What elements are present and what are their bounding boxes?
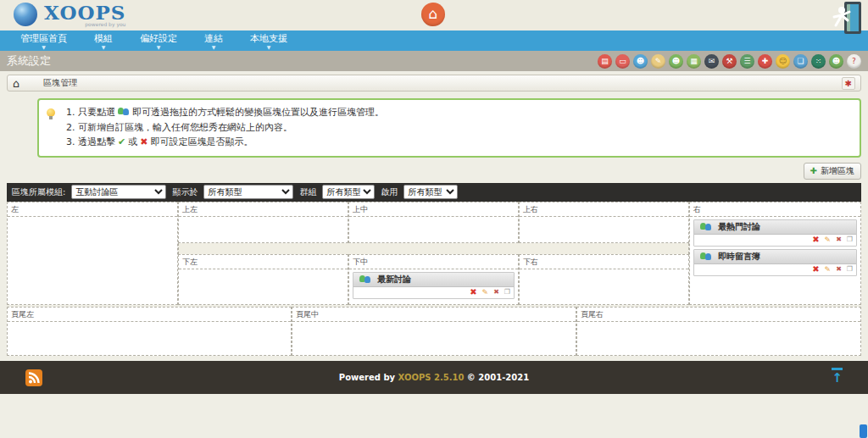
view-site-icon[interactable]: ⌂ <box>421 3 445 26</box>
zone-footer-center-body[interactable] <box>292 322 576 355</box>
chevron-down-icon: ▼ <box>250 45 287 50</box>
module-filter-label: 區塊所屬模組: <box>12 186 65 198</box>
hide-block-icon[interactable]: ✖ <box>470 288 476 297</box>
block-filter-bar: 區塊所屬模組: 互動討論區 顯示於 所有類型 群組 所有類型 啟用 所有類型 <box>7 183 861 202</box>
nav-item-1[interactable]: 模組▼ <box>81 30 126 51</box>
zone-footer-left[interactable]: 頁尾左 <box>7 307 292 356</box>
zone-top-center-body[interactable] <box>349 217 518 243</box>
zone-right[interactable]: 右 最熱門討論✖✎✖❐即時留言簿✖✎✖❐ <box>689 202 861 305</box>
move-block-icon <box>700 252 712 261</box>
logout-icon[interactable] <box>827 0 863 36</box>
avatars-icon[interactable]: ☻ <box>633 54 648 69</box>
zone-top-center[interactable]: 上中 <box>348 202 519 244</box>
delete-block-icon[interactable]: ✖ <box>836 265 842 274</box>
zone-left[interactable]: 左 <box>7 202 178 305</box>
scrollbar-corner[interactable] <box>860 424 867 438</box>
help-icon[interactable]: ? <box>847 54 861 69</box>
clone-block-icon[interactable]: ❐ <box>847 265 853 274</box>
block-header[interactable]: 即時留言簿 <box>694 250 856 264</box>
title-bar: 系統設定 ▤▭☻✎☻▦✉⚒☰✚☺❏⁙☻? <box>0 51 868 71</box>
nav-item-4[interactable]: 本地支援▼ <box>236 30 301 51</box>
zone-left-body[interactable] <box>8 217 177 304</box>
nav-item-0[interactable]: 管理區首頁▼ <box>7 30 81 51</box>
xoops-logo[interactable]: XOOPS powered by you <box>14 3 125 27</box>
users-icon[interactable]: ☻ <box>829 54 843 69</box>
zone-top-center-label: 上中 <box>349 202 518 217</box>
block-actions: ✖✎✖❐ <box>694 264 856 275</box>
zone-bottom-center[interactable]: 下中 最新討論✖✎✖❐ <box>348 254 519 305</box>
quick-access-icons: ▤▭☻✎☻▦✉⚒☰✚☺❏⁙☻? <box>598 54 861 69</box>
zone-top-left[interactable]: 上左 <box>178 202 348 244</box>
xoops-version-link[interactable]: XOOPS 2.5.10 <box>398 373 465 382</box>
zone-footer-right-body[interactable] <box>577 322 860 355</box>
templates-icon[interactable]: ❏ <box>793 54 808 69</box>
refresh-spinner-icon[interactable]: ✱ <box>842 77 855 90</box>
block-item[interactable]: 最熱門討論✖✎✖❐ <box>693 219 857 247</box>
chevron-down-icon: ▼ <box>20 45 67 50</box>
home-icon[interactable]: ⌂ <box>13 77 19 90</box>
edit-block-icon[interactable]: ✎ <box>825 236 832 244</box>
backup-icon[interactable]: ☰ <box>740 54 754 69</box>
hide-block-icon[interactable]: ✖ <box>812 265 819 274</box>
zone-bottom-center-body[interactable]: 最新討論✖✎✖❐ <box>349 269 518 304</box>
hide-block-icon[interactable]: ✖ <box>812 236 819 244</box>
clone-block-icon[interactable]: ❐ <box>847 236 853 244</box>
enabled-filter-select[interactable]: 所有類型 <box>403 185 458 199</box>
enabled-filter-label: 啟用 <box>381 186 398 198</box>
blocks-icon[interactable]: ▭ <box>615 54 630 69</box>
block-header[interactable]: 最熱門討論 <box>694 220 856 235</box>
zone-footer-left-body[interactable] <box>8 322 291 355</box>
zone-center-strip[interactable] <box>178 243 689 253</box>
block-title: 最新討論 <box>377 274 411 286</box>
images-icon[interactable]: ▦ <box>687 54 701 69</box>
breadcrumb-label[interactable]: 區塊管理 <box>43 77 77 89</box>
edit-block-icon[interactable]: ✎ <box>482 288 489 297</box>
zone-top-right-body[interactable] <box>520 217 688 243</box>
zone-right-body[interactable]: 最熱門討論✖✎✖❐即時留言簿✖✎✖❐ <box>690 217 860 304</box>
zone-footer-center[interactable]: 頁尾中 <box>292 307 576 356</box>
zone-footer-center-label: 頁尾中 <box>292 308 576 322</box>
page-title: 系統設定 <box>7 53 51 69</box>
delete-block-icon[interactable]: ✖ <box>493 288 499 297</box>
mailusers-icon[interactable]: ✉ <box>704 54 719 69</box>
group-filter-label: 群組 <box>299 186 316 198</box>
zone-bottom-right[interactable]: 下右 <box>519 254 689 305</box>
edit-block-icon[interactable]: ✎ <box>825 265 832 274</box>
center-zones: 上左 上中 上右 下左 <box>178 202 689 305</box>
zone-footer-right[interactable]: 頁尾右 <box>576 307 861 356</box>
nav-bar: 管理區首頁▼模組▼偏好設定▼連結▼本地支援▼ <box>0 30 868 51</box>
delete-block-icon[interactable]: ✖ <box>836 236 842 244</box>
zone-right-label: 右 <box>690 202 860 217</box>
groups-icon[interactable]: ☻ <box>669 54 683 69</box>
visible-filter-select[interactable]: 所有類型 <box>203 185 293 199</box>
zone-bottom-left-label: 下左 <box>179 255 348 269</box>
group-filter-select[interactable]: 所有類型 <box>322 185 375 199</box>
zone-top-left-body[interactable] <box>179 217 348 243</box>
zone-bottom-left[interactable]: 下左 <box>178 254 348 305</box>
add-block-button[interactable]: ✚ 新增區塊 <box>804 163 861 180</box>
rss-icon[interactable] <box>25 369 42 386</box>
xoops-admin-page: XOOPS powered by you ⌂ 管理區首頁▼模組▼偏好設定▼連結▼… <box>0 0 868 394</box>
help-line-1-pre: 1. 只要點選 <box>66 107 115 118</box>
block-item[interactable]: 最新討論✖✎✖❐ <box>353 272 515 299</box>
zone-bottom-right-body[interactable] <box>520 269 688 304</box>
zone-top-right[interactable]: 上右 <box>519 202 689 244</box>
zone-footer-left-label: 頁尾左 <box>8 308 291 322</box>
preferences-icon[interactable]: ✚ <box>758 54 772 69</box>
zone-bottom-left-body[interactable] <box>179 269 348 304</box>
nav-item-3[interactable]: 連結▼ <box>191 30 236 51</box>
block-header[interactable]: 最新討論 <box>353 273 514 287</box>
comments-icon[interactable]: ✎ <box>651 54 665 69</box>
smilies-icon[interactable]: ☺ <box>776 54 790 69</box>
help-box: 1. 只要點選即可透過拖拉的方式輕鬆的變換區塊位置以及進行區塊管理。 2. 可新… <box>37 98 861 158</box>
help-line-3-pre: 3. 透過點擊 <box>66 136 115 147</box>
module-filter-select[interactable]: 互動討論區 <box>71 185 166 199</box>
maintenance-icon[interactable]: ⚒ <box>722 54 737 69</box>
clone-block-icon[interactable]: ❐ <box>504 288 510 297</box>
banners-icon[interactable]: ▤ <box>598 54 612 69</box>
block-item[interactable]: 即時留言簿✖✎✖❐ <box>693 249 857 276</box>
back-to-top-icon[interactable]: ↑ <box>832 368 843 385</box>
nav-item-2[interactable]: 偏好設定▼ <box>126 30 191 51</box>
footer-zones-grid: 頁尾左 頁尾中 頁尾右 <box>7 307 861 356</box>
userrank-icon[interactable]: ⁙ <box>811 54 826 69</box>
